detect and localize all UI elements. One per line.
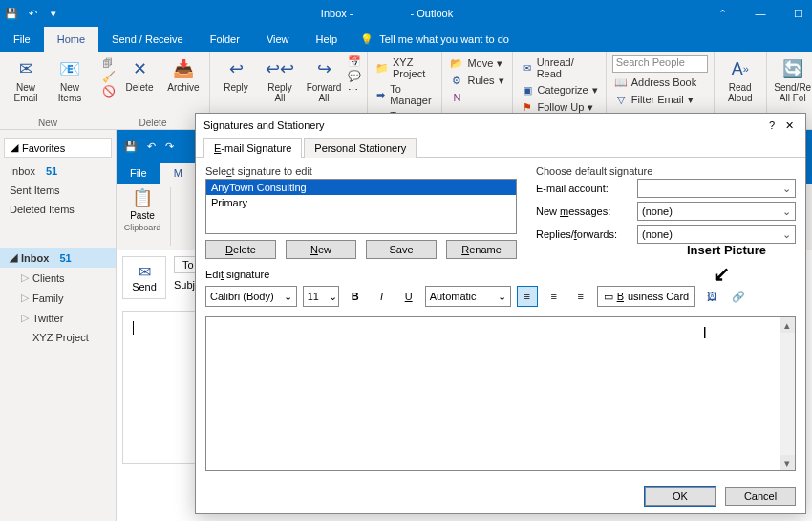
qat-undo-icon[interactable]: ↶ xyxy=(147,141,156,153)
unread-read-button[interactable]: ✉Unread/ Read xyxy=(519,55,600,80)
align-left-button[interactable]: ≡ xyxy=(517,286,538,307)
signature-item-anytown[interactable]: AnyTown Consulting xyxy=(206,180,516,195)
cleanup-icon[interactable]: 🧹 xyxy=(102,71,116,83)
edit-signature-label: Edit signature xyxy=(205,269,796,280)
send-label: Send xyxy=(132,281,157,293)
qat-save-icon[interactable]: 💾 xyxy=(124,141,138,153)
ribbon-collapse-icon[interactable]: ⌃ xyxy=(713,8,732,20)
send-receive-all-button[interactable]: 🔄Send/ReAll Fol xyxy=(773,54,812,105)
bold-button[interactable]: B xyxy=(345,286,366,307)
ok-button[interactable]: OK xyxy=(645,487,716,506)
email-account-select[interactable]: ⌄ xyxy=(637,179,796,198)
chevron-down-icon: ⌄ xyxy=(329,291,337,303)
chevron-down-icon: ▾ xyxy=(497,57,502,70)
tab-folder[interactable]: Folder xyxy=(197,27,253,52)
qat-save-icon[interactable]: 💾 xyxy=(4,6,19,21)
nav-inbox[interactable]: Inbox 51 xyxy=(0,162,116,181)
tell-me-search[interactable]: 💡 Tell me what you want to do xyxy=(351,27,519,52)
onenote-icon: N xyxy=(450,91,463,104)
favorites-header[interactable]: ◢Favorites xyxy=(4,138,112,158)
maximize-icon[interactable]: ☐ xyxy=(789,8,808,20)
navigation-pane: ◢Favorites Inbox 51 Sent Items Deleted I… xyxy=(0,130,117,521)
search-people-input[interactable]: Search People xyxy=(612,55,708,73)
envelope-icon: ✉ xyxy=(521,61,533,75)
reply-icon: ↩ xyxy=(224,57,247,80)
subject-label: Subj xyxy=(174,279,195,291)
qat-dropdown-icon[interactable]: ▾ xyxy=(46,6,61,21)
new-messages-select[interactable]: (none)⌄ xyxy=(637,202,796,221)
meeting-icon[interactable]: 📅 xyxy=(348,55,361,68)
signature-editor[interactable]: ▴ ▾ xyxy=(205,316,796,471)
align-right-button[interactable]: ≡ xyxy=(570,286,591,307)
rules-button[interactable]: ⚙Rules▾ xyxy=(448,73,505,88)
qat-redo-icon[interactable]: ↷ xyxy=(165,141,174,153)
move-icon: 📂 xyxy=(450,56,463,70)
nav-deleted[interactable]: Deleted Items xyxy=(0,200,116,219)
insert-picture-button[interactable]: 🖼 xyxy=(701,286,722,307)
tab-personal-stationery[interactable]: Personal Stationery xyxy=(304,138,417,158)
annotation-label: Insert Picture xyxy=(687,243,766,257)
title-bar: 💾 ↶ ▾ Inbox - - Outlook ⌃ — ☐ xyxy=(0,0,812,27)
tab-email-signature[interactable]: E-mail Signature xyxy=(203,138,302,158)
tab-send-receive[interactable]: Send / Receive xyxy=(98,27,197,52)
onenote-button[interactable]: N xyxy=(448,90,505,105)
nav-xyz[interactable]: XYZ Project xyxy=(0,328,116,347)
title-doc: Inbox - xyxy=(321,8,353,19)
nav-family[interactable]: ▷Family xyxy=(0,288,116,308)
replies-select[interactable]: (none)⌄ xyxy=(637,225,796,244)
new-messages-label: New messages: xyxy=(536,206,631,217)
address-book-button[interactable]: 📖Address Book xyxy=(612,75,708,90)
categorize-button[interactable]: ▣Categorize▾ xyxy=(519,82,600,98)
compose-tab-file[interactable]: File xyxy=(117,163,160,184)
nav-twitter[interactable]: ▷Twitter xyxy=(0,308,116,328)
delete-signature-button[interactable]: Delete xyxy=(205,240,276,259)
tab-help[interactable]: Help xyxy=(303,27,352,52)
chevron-right-icon: ▷ xyxy=(21,271,29,284)
font-size-select[interactable]: 11⌄ xyxy=(303,286,339,307)
qat-undo-icon[interactable]: ↶ xyxy=(25,6,40,21)
category-icon: ▣ xyxy=(521,83,534,97)
business-card-button[interactable]: ▭Business Card xyxy=(597,286,696,307)
move-button[interactable]: 📂Move▾ xyxy=(448,55,505,71)
signature-item-primary[interactable]: Primary xyxy=(206,195,516,210)
help-icon[interactable]: ? xyxy=(763,119,780,131)
font-color-select[interactable]: Automatic⌄ xyxy=(425,286,511,307)
ribbon-tabs: File Home Send / Receive Folder View Hel… xyxy=(0,27,812,52)
picture-icon: 🖼 xyxy=(707,291,717,302)
ignore-icon[interactable]: 🗐 xyxy=(102,57,116,69)
junk-icon[interactable]: 🚫 xyxy=(102,85,116,98)
font-family-select[interactable]: Calibri (Body)⌄ xyxy=(205,286,297,307)
paste-icon[interactable]: 📋 xyxy=(132,187,153,208)
compose-tab-message[interactable]: M xyxy=(160,163,196,184)
speaker-icon: A» xyxy=(729,57,752,80)
align-center-button[interactable]: ≡ xyxy=(544,286,565,307)
nav-inbox-main[interactable]: ◢Inbox 51 xyxy=(0,248,116,268)
read-aloud-button[interactable]: A»ReadAloud xyxy=(720,54,760,105)
quickstep-xyz[interactable]: 📁XYZ Project xyxy=(374,55,436,80)
nav-clients[interactable]: ▷Clients xyxy=(0,268,116,288)
insert-hyperlink-button[interactable]: 🔗 xyxy=(728,286,749,307)
minimize-icon[interactable]: — xyxy=(751,8,770,20)
tab-home[interactable]: Home xyxy=(44,27,98,52)
tab-view[interactable]: View xyxy=(253,27,303,52)
nav-sent[interactable]: Sent Items xyxy=(0,181,116,200)
save-signature-button[interactable]: Save xyxy=(366,240,437,259)
filter-email-button[interactable]: ▽Filter Email▾ xyxy=(612,92,708,107)
editor-scrollbar[interactable] xyxy=(780,317,795,470)
scroll-down-icon[interactable]: ▾ xyxy=(780,455,795,470)
quickstep-manager[interactable]: ➡To Manager xyxy=(374,82,436,107)
rename-signature-button[interactable]: Rename xyxy=(446,240,517,259)
cancel-button[interactable]: Cancel xyxy=(725,487,796,506)
signature-list[interactable]: AnyTown Consulting Primary xyxy=(205,179,517,234)
underline-button[interactable]: U xyxy=(398,286,419,307)
scroll-up-icon[interactable]: ▴ xyxy=(780,317,795,333)
close-icon[interactable]: ✕ xyxy=(780,119,798,132)
italic-button[interactable]: I xyxy=(372,286,393,307)
sync-icon: 🔄 xyxy=(781,57,804,80)
new-signature-button[interactable]: New xyxy=(286,240,356,259)
send-icon[interactable]: ✉ xyxy=(139,263,151,281)
more-respond-icon[interactable]: ⋯ xyxy=(348,84,361,97)
rules-icon: ⚙ xyxy=(450,74,463,87)
tab-file[interactable]: File xyxy=(0,27,44,52)
im-icon[interactable]: 💬 xyxy=(348,70,361,82)
